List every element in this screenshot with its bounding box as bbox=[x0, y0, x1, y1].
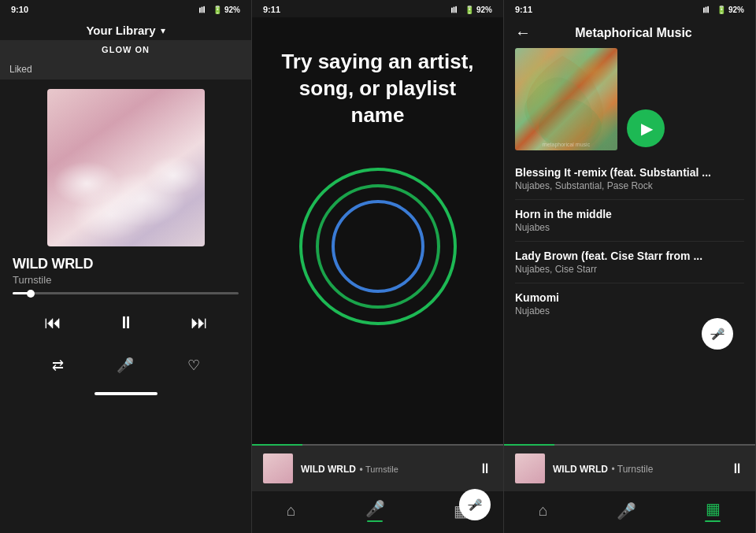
track-item-1[interactable]: Horn in the middle Nujabes bbox=[515, 200, 744, 242]
mini-player-2[interactable]: WILD WRLD • Turnstile ⏸ bbox=[252, 446, 503, 491]
p3-header: ← Metaphorical Music bbox=[504, 17, 755, 48]
play-button[interactable]: ▶ bbox=[627, 109, 665, 147]
p3-main: ← Metaphorical Music metaphorical music … bbox=[504, 17, 755, 533]
status-icons-3: 🔋 92% bbox=[703, 6, 744, 14]
phone-1: 9:10 🔋 92% Your Library ▾ GLOW ON Liked … bbox=[0, 0, 252, 533]
mute-fab[interactable]: 🎤 bbox=[702, 318, 733, 350]
phone-2: 9:11 🔋 92% Try saying an artist, song, o… bbox=[252, 0, 504, 533]
mini-art-3 bbox=[515, 453, 545, 483]
nav-search-3[interactable]: 🎤 bbox=[617, 502, 636, 520]
nav-home-2[interactable]: ⌂ bbox=[287, 502, 296, 520]
nav-home-3[interactable]: ⌂ bbox=[539, 502, 548, 520]
track-artists-2: Nujabes, Cise Starr bbox=[515, 264, 744, 275]
like-button[interactable]: ♡ bbox=[178, 350, 209, 381]
svg-rect-8 bbox=[707, 6, 709, 13]
track-item-0[interactable]: Blessing It -remix (feat. Substantial ..… bbox=[515, 158, 744, 200]
mini-title-3: WILD WRLD bbox=[553, 464, 608, 475]
mini-artist-2: Turnstile bbox=[365, 465, 398, 474]
status-bar-2: 9:11 🔋 92% bbox=[252, 0, 503, 17]
track-name-0: Blessing It -remix (feat. Substantial ..… bbox=[515, 166, 744, 179]
status-icons-1: 🔋 92% bbox=[199, 6, 240, 14]
glow-banner[interactable]: GLOW ON bbox=[0, 40, 251, 59]
track-artists-3: Nujabes bbox=[515, 305, 744, 316]
track-name-2: Lady Brown (feat. Cise Starr from ... bbox=[515, 250, 744, 262]
mini-title-2: WILD WRLD bbox=[301, 464, 356, 475]
back-button[interactable]: ← bbox=[515, 24, 531, 42]
phone-3: 9:11 🔋 92% ← Metaphorical Music metaph bbox=[504, 0, 756, 533]
mic-icon-2: 🎤 bbox=[365, 499, 385, 518]
track-name-1: Horn in the middle bbox=[515, 208, 744, 220]
mini-info-3: WILD WRLD • Turnstile bbox=[553, 461, 722, 476]
mini-progress-line bbox=[252, 444, 503, 446]
track-list: Blessing It -remix (feat. Substantial ..… bbox=[504, 158, 755, 408]
album-cover: metaphorical music bbox=[515, 48, 617, 150]
voice-area: Try saying an artist, song, or playlist … bbox=[252, 17, 503, 444]
svg-rect-4 bbox=[454, 7, 455, 13]
album-art-texture bbox=[47, 89, 205, 246]
nav-search-2[interactable]: 🎤 bbox=[365, 499, 385, 522]
track-item-3[interactable]: Kumomi Nujabes bbox=[515, 283, 744, 324]
home-indicator bbox=[94, 392, 158, 395]
track-artist: Turnstile bbox=[13, 274, 239, 286]
library-title: Your Library bbox=[86, 24, 155, 37]
mini-pause-button-2[interactable]: ⏸ bbox=[478, 461, 492, 477]
svg-rect-6 bbox=[703, 7, 705, 13]
mini-progress-fill bbox=[252, 444, 302, 446]
status-time-2: 9:11 bbox=[263, 5, 280, 14]
track-name-3: Kumomi bbox=[515, 291, 744, 304]
mini-art-2 bbox=[263, 453, 293, 483]
svg-rect-0 bbox=[199, 7, 201, 13]
svg-rect-1 bbox=[202, 7, 203, 13]
mini-info-2: WILD WRLD • Turnstile bbox=[301, 461, 470, 476]
chevron-down-icon[interactable]: ▾ bbox=[161, 25, 165, 36]
svg-rect-5 bbox=[455, 6, 457, 13]
status-bar-1: 9:10 🔋 92% bbox=[0, 0, 251, 17]
svg-rect-2 bbox=[203, 6, 205, 13]
nav-active-indicator-2 bbox=[367, 520, 383, 522]
svg-rect-7 bbox=[706, 7, 707, 13]
status-time-1: 9:10 bbox=[11, 5, 28, 14]
voice-circles bbox=[299, 168, 457, 325]
voice-prompt: Try saying an artist, song, or playlist … bbox=[276, 49, 480, 128]
track-item-2[interactable]: Lady Brown (feat. Cise Starr from ... Nu… bbox=[515, 242, 744, 283]
mini-pause-button-3[interactable]: ⏸ bbox=[730, 461, 744, 477]
status-time-3: 9:11 bbox=[515, 5, 532, 14]
status-icons-2: 🔋 92% bbox=[451, 6, 492, 14]
home-icon-2: ⌂ bbox=[287, 502, 296, 520]
nav-library-3[interactable]: ▦ bbox=[705, 499, 721, 522]
secondary-controls: ⇄ 🎤 ♡ bbox=[0, 345, 251, 389]
track-title: WILD WRLD bbox=[13, 256, 239, 272]
track-info: WILD WRLD Turnstile bbox=[0, 253, 251, 286]
mic-icon-3: 🎤 bbox=[617, 502, 636, 520]
mic-button[interactable]: 🎤 bbox=[109, 350, 141, 381]
status-bar-3: 9:11 🔋 92% bbox=[504, 0, 755, 17]
pause-button[interactable]: ⏸ bbox=[109, 305, 143, 340]
p2-main: Try saying an artist, song, or playlist … bbox=[252, 17, 503, 533]
prev-button[interactable]: ⏮ bbox=[35, 305, 70, 340]
liked-strip: Liked bbox=[0, 59, 251, 80]
library-icon-3: ▦ bbox=[706, 499, 721, 518]
mini-player-3[interactable]: WILD WRLD • Turnstile ⏸ bbox=[504, 446, 755, 491]
progress-dot bbox=[27, 290, 35, 298]
p1-main: Your Library ▾ GLOW ON Liked WILD WRLD T… bbox=[0, 17, 251, 533]
main-controls: ⏮ ⏸ ⏭ bbox=[0, 298, 251, 345]
album-art[interactable] bbox=[47, 89, 205, 246]
circle-inner bbox=[332, 200, 424, 293]
track-artists-0: Nujabes, Substantial, Pase Rock bbox=[515, 180, 744, 191]
progress-bar bbox=[13, 292, 239, 294]
next-button[interactable]: ⏭ bbox=[182, 305, 217, 340]
p1-header: Your Library ▾ bbox=[0, 17, 251, 40]
mute-button[interactable]: 🎤 bbox=[459, 489, 491, 520]
bottom-nav-3: ⌂ 🎤 ▦ bbox=[504, 491, 755, 533]
page-title: Metaphorical Music bbox=[539, 26, 744, 40]
album-section: metaphorical music ▶ bbox=[504, 48, 755, 158]
home-icon-3: ⌂ bbox=[539, 502, 548, 520]
svg-rect-3 bbox=[451, 7, 453, 13]
track-artists-1: Nujabes bbox=[515, 222, 744, 233]
progress-bar-container[interactable] bbox=[0, 286, 251, 298]
mini-artist-3: Turnstile bbox=[617, 464, 654, 475]
shuffle-button[interactable]: ⇄ bbox=[42, 350, 73, 381]
nav-active-indicator-3 bbox=[705, 520, 721, 522]
